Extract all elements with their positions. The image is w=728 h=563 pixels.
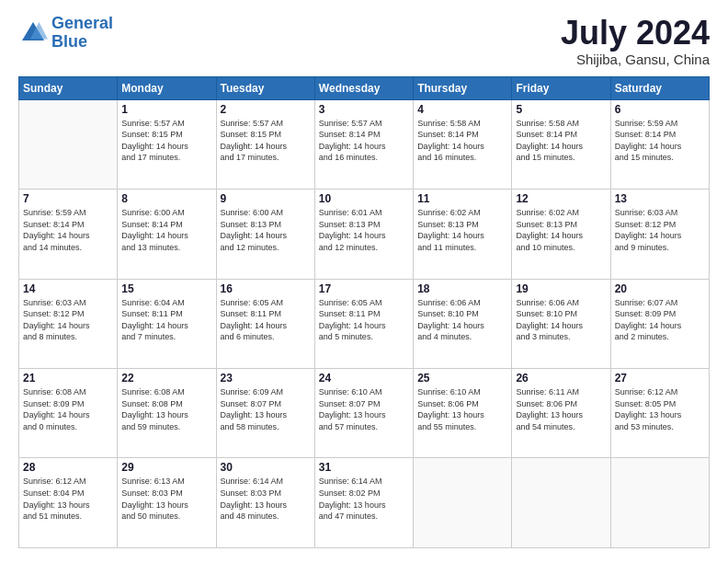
- day-number: 23: [221, 372, 311, 385]
- cell-info: Sunrise: 5:57 AM Sunset: 8:14 PM Dayligh…: [319, 118, 409, 164]
- calendar-cell: [19, 99, 118, 189]
- cell-info: Sunrise: 6:13 AM Sunset: 8:03 PM Dayligh…: [121, 476, 211, 522]
- calendar-cell: 29Sunrise: 6:13 AM Sunset: 8:03 PM Dayli…: [118, 458, 216, 548]
- day-number: 10: [319, 192, 409, 205]
- col-header-monday: Monday: [118, 76, 216, 99]
- day-number: 2: [221, 103, 311, 116]
- cell-info: Sunrise: 6:02 AM Sunset: 8:13 PM Dayligh…: [516, 207, 606, 253]
- col-header-wednesday: Wednesday: [314, 76, 413, 99]
- week-row-1: 1Sunrise: 5:57 AM Sunset: 8:15 PM Daylig…: [19, 99, 710, 189]
- day-number: 27: [615, 372, 705, 385]
- week-row-3: 14Sunrise: 6:03 AM Sunset: 8:12 PM Dayli…: [19, 279, 710, 368]
- day-number: 6: [615, 103, 705, 116]
- cell-info: Sunrise: 6:10 AM Sunset: 8:07 PM Dayligh…: [319, 386, 409, 432]
- title-block: July 2024 Shijiba, Gansu, China: [561, 15, 710, 67]
- logo: General Blue: [18, 15, 113, 52]
- calendar-cell: 16Sunrise: 6:05 AM Sunset: 8:11 PM Dayli…: [216, 279, 314, 368]
- day-number: 31: [319, 461, 409, 474]
- cell-info: Sunrise: 6:12 AM Sunset: 8:04 PM Dayligh…: [23, 476, 113, 522]
- logo-text: General Blue: [51, 15, 113, 52]
- calendar-cell: 24Sunrise: 6:10 AM Sunset: 8:07 PM Dayli…: [314, 369, 413, 458]
- day-number: 9: [221, 192, 311, 205]
- calendar-cell: 26Sunrise: 6:11 AM Sunset: 8:06 PM Dayli…: [512, 369, 610, 458]
- cell-info: Sunrise: 6:09 AM Sunset: 8:07 PM Dayligh…: [221, 386, 311, 432]
- day-number: 30: [221, 461, 311, 474]
- calendar-cell: 2Sunrise: 5:57 AM Sunset: 8:15 PM Daylig…: [216, 99, 314, 189]
- calendar-cell: 20Sunrise: 6:07 AM Sunset: 8:09 PM Dayli…: [610, 279, 709, 368]
- calendar-cell: 14Sunrise: 6:03 AM Sunset: 8:12 PM Dayli…: [19, 279, 118, 368]
- col-header-saturday: Saturday: [610, 76, 709, 99]
- subtitle: Shijiba, Gansu, China: [561, 52, 710, 67]
- day-number: 11: [417, 192, 507, 205]
- cell-info: Sunrise: 6:14 AM Sunset: 8:02 PM Dayligh…: [319, 476, 409, 522]
- header: General Blue July 2024 Shijiba, Gansu, C…: [18, 15, 710, 67]
- main-title: July 2024: [561, 15, 710, 52]
- calendar-cell: 10Sunrise: 6:01 AM Sunset: 8:13 PM Dayli…: [314, 190, 413, 279]
- calendar-cell: 22Sunrise: 6:08 AM Sunset: 8:08 PM Dayli…: [118, 369, 216, 458]
- day-number: 5: [516, 103, 606, 116]
- cell-info: Sunrise: 5:57 AM Sunset: 8:15 PM Dayligh…: [121, 118, 211, 164]
- col-header-tuesday: Tuesday: [216, 76, 314, 99]
- calendar-cell: 31Sunrise: 6:14 AM Sunset: 8:02 PM Dayli…: [314, 458, 413, 548]
- day-number: 26: [516, 372, 606, 385]
- calendar-cell: 19Sunrise: 6:06 AM Sunset: 8:10 PM Dayli…: [512, 279, 610, 368]
- week-row-2: 7Sunrise: 5:59 AM Sunset: 8:14 PM Daylig…: [19, 190, 710, 279]
- calendar-cell: [512, 458, 610, 548]
- week-row-5: 28Sunrise: 6:12 AM Sunset: 8:04 PM Dayli…: [19, 458, 710, 548]
- day-number: 13: [615, 192, 705, 205]
- calendar-header-row: SundayMondayTuesdayWednesdayThursdayFrid…: [19, 76, 710, 99]
- calendar-cell: 6Sunrise: 5:59 AM Sunset: 8:14 PM Daylig…: [610, 99, 709, 189]
- day-number: 17: [319, 282, 409, 295]
- day-number: 21: [23, 372, 113, 385]
- calendar-cell: 23Sunrise: 6:09 AM Sunset: 8:07 PM Dayli…: [216, 369, 314, 458]
- day-number: 14: [23, 282, 113, 295]
- day-number: 8: [121, 192, 211, 205]
- calendar-cell: 8Sunrise: 6:00 AM Sunset: 8:14 PM Daylig…: [118, 190, 216, 279]
- week-row-4: 21Sunrise: 6:08 AM Sunset: 8:09 PM Dayli…: [19, 369, 710, 458]
- calendar-cell: 7Sunrise: 5:59 AM Sunset: 8:14 PM Daylig…: [19, 190, 118, 279]
- cell-info: Sunrise: 6:08 AM Sunset: 8:09 PM Dayligh…: [23, 386, 113, 432]
- cell-info: Sunrise: 6:14 AM Sunset: 8:03 PM Dayligh…: [221, 476, 311, 522]
- calendar-cell: [414, 458, 512, 548]
- calendar-cell: 21Sunrise: 6:08 AM Sunset: 8:09 PM Dayli…: [19, 369, 118, 458]
- calendar-cell: 13Sunrise: 6:03 AM Sunset: 8:12 PM Dayli…: [610, 190, 709, 279]
- page: General Blue July 2024 Shijiba, Gansu, C…: [0, 0, 728, 563]
- calendar-cell: 30Sunrise: 6:14 AM Sunset: 8:03 PM Dayli…: [216, 458, 314, 548]
- cell-info: Sunrise: 6:05 AM Sunset: 8:11 PM Dayligh…: [221, 297, 311, 343]
- cell-info: Sunrise: 6:06 AM Sunset: 8:10 PM Dayligh…: [516, 297, 606, 343]
- day-number: 12: [516, 192, 606, 205]
- calendar-cell: 25Sunrise: 6:10 AM Sunset: 8:06 PM Dayli…: [414, 369, 512, 458]
- calendar-cell: 27Sunrise: 6:12 AM Sunset: 8:05 PM Dayli…: [610, 369, 709, 458]
- cell-info: Sunrise: 5:59 AM Sunset: 8:14 PM Dayligh…: [23, 207, 113, 253]
- day-number: 20: [615, 282, 705, 295]
- cell-info: Sunrise: 6:06 AM Sunset: 8:10 PM Dayligh…: [417, 297, 507, 343]
- cell-info: Sunrise: 6:03 AM Sunset: 8:12 PM Dayligh…: [23, 297, 113, 343]
- cell-info: Sunrise: 6:11 AM Sunset: 8:06 PM Dayligh…: [516, 386, 606, 432]
- calendar-cell: 3Sunrise: 5:57 AM Sunset: 8:14 PM Daylig…: [314, 99, 413, 189]
- cell-info: Sunrise: 6:10 AM Sunset: 8:06 PM Dayligh…: [417, 386, 507, 432]
- cell-info: Sunrise: 5:58 AM Sunset: 8:14 PM Dayligh…: [516, 118, 606, 164]
- cell-info: Sunrise: 5:59 AM Sunset: 8:14 PM Dayligh…: [615, 118, 705, 164]
- calendar-cell: [610, 458, 709, 548]
- cell-info: Sunrise: 6:12 AM Sunset: 8:05 PM Dayligh…: [615, 386, 705, 432]
- calendar-cell: 5Sunrise: 5:58 AM Sunset: 8:14 PM Daylig…: [512, 99, 610, 189]
- cell-info: Sunrise: 6:02 AM Sunset: 8:13 PM Dayligh…: [417, 207, 507, 253]
- calendar-cell: 17Sunrise: 6:05 AM Sunset: 8:11 PM Dayli…: [314, 279, 413, 368]
- cell-info: Sunrise: 6:07 AM Sunset: 8:09 PM Dayligh…: [615, 297, 705, 343]
- day-number: 15: [121, 282, 211, 295]
- day-number: 28: [23, 461, 113, 474]
- calendar-cell: 9Sunrise: 6:00 AM Sunset: 8:13 PM Daylig…: [216, 190, 314, 279]
- col-header-sunday: Sunday: [19, 76, 118, 99]
- calendar-cell: 1Sunrise: 5:57 AM Sunset: 8:15 PM Daylig…: [118, 99, 216, 189]
- day-number: 19: [516, 282, 606, 295]
- calendar-cell: 28Sunrise: 6:12 AM Sunset: 8:04 PM Dayli…: [19, 458, 118, 548]
- day-number: 18: [417, 282, 507, 295]
- col-header-thursday: Thursday: [414, 76, 512, 99]
- cell-info: Sunrise: 6:03 AM Sunset: 8:12 PM Dayligh…: [615, 207, 705, 253]
- calendar-cell: 4Sunrise: 5:58 AM Sunset: 8:14 PM Daylig…: [414, 99, 512, 189]
- day-number: 3: [319, 103, 409, 116]
- day-number: 24: [319, 372, 409, 385]
- day-number: 7: [23, 192, 113, 205]
- col-header-friday: Friday: [512, 76, 610, 99]
- cell-info: Sunrise: 6:00 AM Sunset: 8:14 PM Dayligh…: [121, 207, 211, 253]
